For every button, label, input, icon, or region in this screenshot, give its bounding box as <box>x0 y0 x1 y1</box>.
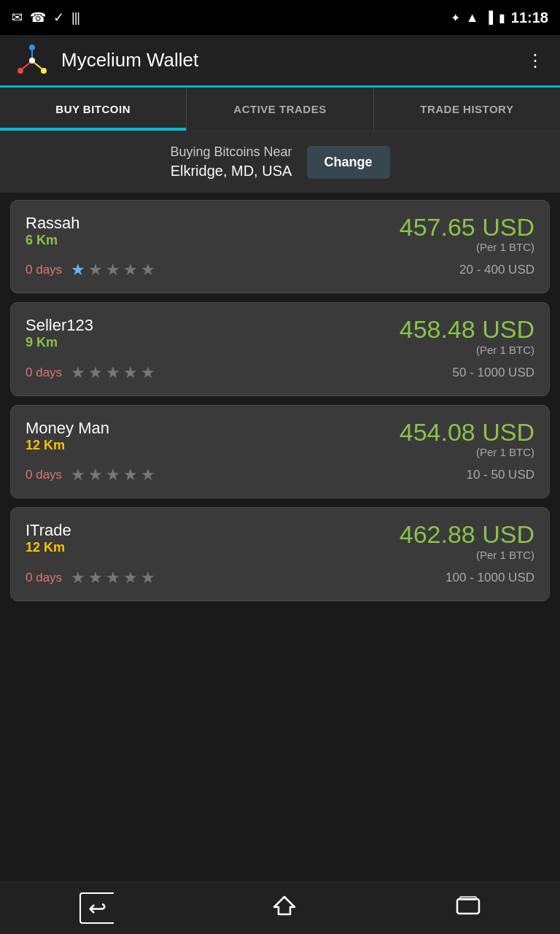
price-block-rassah: 457.65 USD (Per 1 BTC) <box>400 214 534 253</box>
range-moneyman: 10 - 50 USD <box>466 468 534 482</box>
gmail-icon: ✉ <box>12 9 23 26</box>
star-1-rassah: ★ <box>71 260 85 279</box>
price-block-seller123: 458.48 USD (Per 1 BTC) <box>400 316 534 355</box>
trader-card-rassah[interactable]: Rassah 6 Km 457.65 USD (Per 1 BTC) 0 day… <box>10 200 550 293</box>
star-5-rassah: ★ <box>141 260 155 279</box>
trader-distance-rassah: 6 Km <box>26 233 80 248</box>
star-5-moneyman: ★ <box>141 466 155 485</box>
recents-button[interactable] <box>441 889 495 927</box>
tab-buy-bitcoin[interactable]: BUY BITCOIN <box>0 88 187 131</box>
star-4-moneyman: ★ <box>123 466 138 485</box>
price-block-moneyman: 454.08 USD (Per 1 BTC) <box>400 419 534 458</box>
star-4-itrade: ★ <box>123 568 138 587</box>
trader-distance-itrade: 12 Km <box>26 540 71 555</box>
app-bar-left: Mycelium Wallet <box>15 43 198 78</box>
card-top-seller123: Seller123 9 Km 458.48 USD (Per 1 BTC) <box>26 316 534 355</box>
status-time: 11:18 <box>511 9 548 26</box>
tab-trade-history[interactable]: TRADE HISTORY <box>374 88 560 131</box>
trader-left-moneyman: Money Man 12 Km <box>26 419 109 453</box>
star-5-itrade: ★ <box>141 568 155 587</box>
stars-itrade: ★ ★ ★ ★ ★ <box>71 568 155 587</box>
star-5-seller123: ★ <box>141 363 155 382</box>
back-icon: ↩ <box>79 892 114 924</box>
trader-card-moneyman[interactable]: Money Man 12 Km 454.08 USD (Per 1 BTC) 0… <box>10 405 550 498</box>
star-3-itrade: ★ <box>106 568 120 587</box>
back-button[interactable]: ↩ <box>65 885 128 931</box>
status-icons-left: ✉ ☎ ✓ ||| <box>12 9 79 26</box>
star-1-seller123: ★ <box>71 363 85 382</box>
card-top-rassah: Rassah 6 Km 457.65 USD (Per 1 BTC) <box>26 214 534 253</box>
location-bar: Buying Bitcoins Near Elkridge, MD, USA C… <box>0 131 560 193</box>
star-3-seller123: ★ <box>106 363 120 382</box>
days-ago-itrade: 0 days <box>26 571 62 585</box>
svg-point-0 <box>29 58 35 63</box>
location-value: Elkridge, MD, USA <box>171 163 292 179</box>
trader-distance-moneyman: 12 Km <box>26 438 109 453</box>
home-button[interactable] <box>258 887 311 930</box>
price-per-moneyman: (Per 1 BTC) <box>400 446 534 458</box>
location-label: Buying Bitcoins Near <box>170 144 292 160</box>
star-2-moneyman: ★ <box>88 466 103 485</box>
tabs-bar: BUY BITCOIN ACTIVE TRADES TRADE HISTORY <box>0 88 560 131</box>
range-rassah: 20 - 400 USD <box>459 263 534 277</box>
trader-price-itrade: 462.88 USD <box>400 521 534 548</box>
trader-price-seller123: 458.48 USD <box>400 316 534 343</box>
app-bar: Mycelium Wallet ⋮ <box>0 35 560 88</box>
svg-point-5 <box>41 68 47 74</box>
days-ago-seller123: 0 days <box>26 366 62 380</box>
price-per-rassah: (Per 1 BTC) <box>400 241 534 253</box>
card-bottom-rassah: 0 days ★ ★ ★ ★ ★ 20 - 400 USD <box>26 260 534 279</box>
phone-icon: ☎ <box>30 9 46 26</box>
star-3-moneyman: ★ <box>106 466 120 485</box>
svg-line-4 <box>23 63 30 69</box>
trader-left-rassah: Rassah 6 Km <box>26 214 80 248</box>
bluetooth-icon: ✦ <box>451 11 460 25</box>
app-title: Mycelium Wallet <box>61 49 198 72</box>
signal-icon: ▐ <box>485 11 493 24</box>
days-ago-moneyman: 0 days <box>26 468 62 482</box>
check-icon: ✓ <box>53 9 64 26</box>
trader-price-moneyman: 454.08 USD <box>400 419 534 446</box>
stars-rassah: ★ ★ ★ ★ ★ <box>71 260 155 279</box>
star-2-seller123: ★ <box>88 363 103 382</box>
card-bottom-moneyman: 0 days ★ ★ ★ ★ ★ 10 - 50 USD <box>26 466 534 485</box>
wifi-icon: ▲ <box>466 10 479 26</box>
days-ago-rassah: 0 days <box>26 263 62 277</box>
trader-left-seller123: Seller123 9 Km <box>26 316 93 350</box>
location-info: Buying Bitcoins Near Elkridge, MD, USA <box>170 144 292 180</box>
battery-icon: ▮ <box>499 11 505 25</box>
card-bottom-seller123: 0 days ★ ★ ★ ★ ★ 50 - 1000 USD <box>26 363 534 382</box>
svg-point-3 <box>18 68 23 74</box>
bottom-navigation: ↩ <box>0 881 560 934</box>
change-location-button[interactable]: Change <box>307 146 390 179</box>
star-2-itrade: ★ <box>88 568 103 587</box>
star-4-seller123: ★ <box>123 363 138 382</box>
star-2-rassah: ★ <box>88 260 103 279</box>
price-block-itrade: 462.88 USD (Per 1 BTC) <box>400 521 534 560</box>
range-seller123: 50 - 1000 USD <box>453 366 534 380</box>
trader-price-rassah: 457.65 USD <box>400 214 534 241</box>
svg-line-6 <box>34 63 42 69</box>
status-bar: ✉ ☎ ✓ ||| ✦ ▲ ▐ ▮ 11:18 <box>0 0 560 35</box>
svg-rect-8 <box>457 899 479 914</box>
trader-card-seller123[interactable]: Seller123 9 Km 458.48 USD (Per 1 BTC) 0 … <box>10 302 550 395</box>
trader-distance-seller123: 9 Km <box>26 335 93 350</box>
stars-seller123: ★ ★ ★ ★ ★ <box>71 363 155 382</box>
svg-marker-7 <box>274 897 295 914</box>
trader-card-itrade[interactable]: ITrade 12 Km 462.88 USD (Per 1 BTC) 0 da… <box>10 507 550 601</box>
range-itrade: 100 - 1000 USD <box>446 571 534 585</box>
trader-left-itrade: ITrade 12 Km <box>26 521 71 555</box>
card-bottom-itrade: 0 days ★ ★ ★ ★ ★ 100 - 1000 USD <box>26 568 534 587</box>
bottom-spacer <box>0 609 560 667</box>
card-top-moneyman: Money Man 12 Km 454.08 USD (Per 1 BTC) <box>26 419 534 458</box>
tab-active-trades[interactable]: ACTIVE TRADES <box>187 88 373 131</box>
price-per-seller123: (Per 1 BTC) <box>400 344 534 356</box>
price-per-itrade: (Per 1 BTC) <box>400 549 534 561</box>
svg-point-1 <box>29 45 35 50</box>
overflow-menu-icon[interactable]: ⋮ <box>526 50 545 71</box>
trader-name-seller123: Seller123 <box>26 316 93 335</box>
star-1-itrade: ★ <box>71 568 85 587</box>
star-3-rassah: ★ <box>106 260 120 279</box>
stars-moneyman: ★ ★ ★ ★ ★ <box>71 466 155 485</box>
app-logo <box>15 43 50 78</box>
